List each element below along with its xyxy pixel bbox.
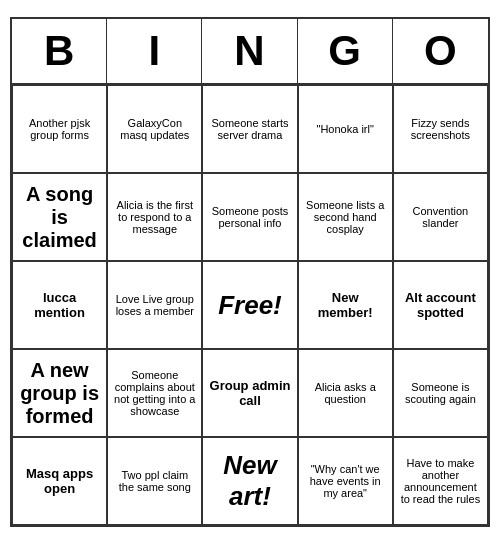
- bingo-cell-15[interactable]: A new group is formed: [12, 349, 107, 437]
- bingo-cell-10[interactable]: lucca mention: [12, 261, 107, 349]
- bingo-cell-9[interactable]: Convention slander: [393, 173, 488, 261]
- bingo-cell-7[interactable]: Someone posts personal info: [202, 173, 297, 261]
- bingo-cell-5[interactable]: A song is claimed: [12, 173, 107, 261]
- letter-i: I: [107, 19, 202, 83]
- letter-n: N: [202, 19, 297, 83]
- bingo-cell-11[interactable]: Love Live group loses a member: [107, 261, 202, 349]
- letter-g: G: [298, 19, 393, 83]
- bingo-card: B I N G O Another pjsk group formsGalaxy…: [10, 17, 490, 527]
- bingo-cell-21[interactable]: Two ppl claim the same song: [107, 437, 202, 525]
- bingo-header: B I N G O: [12, 19, 488, 85]
- bingo-grid: Another pjsk group formsGalaxyCon masq u…: [12, 85, 488, 525]
- bingo-cell-18[interactable]: Alicia asks a question: [298, 349, 393, 437]
- bingo-cell-20[interactable]: Masq apps open: [12, 437, 107, 525]
- bingo-cell-4[interactable]: Fizzy sends screenshots: [393, 85, 488, 173]
- bingo-cell-14[interactable]: Alt account spotted: [393, 261, 488, 349]
- bingo-cell-8[interactable]: Someone lists a second hand cosplay: [298, 173, 393, 261]
- bingo-cell-0[interactable]: Another pjsk group forms: [12, 85, 107, 173]
- bingo-cell-3[interactable]: "Honoka irl": [298, 85, 393, 173]
- bingo-cell-12[interactable]: Free!: [202, 261, 297, 349]
- bingo-cell-2[interactable]: Someone starts server drama: [202, 85, 297, 173]
- bingo-cell-13[interactable]: New member!: [298, 261, 393, 349]
- bingo-cell-24[interactable]: Have to make another announcement to rea…: [393, 437, 488, 525]
- bingo-cell-16[interactable]: Someone complains about not getting into…: [107, 349, 202, 437]
- bingo-cell-23[interactable]: "Why can't we have events in my area": [298, 437, 393, 525]
- bingo-cell-6[interactable]: Alicia is the first to respond to a mess…: [107, 173, 202, 261]
- bingo-cell-19[interactable]: Someone is scouting again: [393, 349, 488, 437]
- bingo-cell-22[interactable]: New art!: [202, 437, 297, 525]
- bingo-cell-17[interactable]: Group admin call: [202, 349, 297, 437]
- bingo-cell-1[interactable]: GalaxyCon masq updates: [107, 85, 202, 173]
- letter-o: O: [393, 19, 488, 83]
- letter-b: B: [12, 19, 107, 83]
